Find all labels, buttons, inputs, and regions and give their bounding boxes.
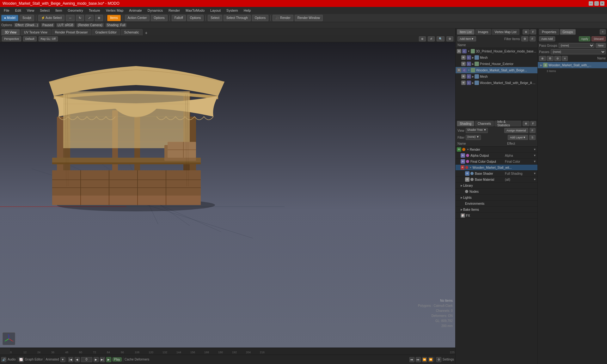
auto-select-button[interactable]: ⚡ Auto Select [38,15,64,21]
groups-tree-item-0[interactable]: ▶ ⚙ Wooden_Market_Stall_with_... [538,62,607,68]
menu-system[interactable]: System [224,8,241,13]
vp-icon1[interactable]: ⊕ [419,36,426,41]
tree-arrow-1[interactable]: ▶ [472,56,474,59]
add-item-button[interactable]: Add Item ▼ [457,36,476,41]
material-arrow[interactable]: ▼ [469,166,472,169]
vp-icon2[interactable]: ↺ [428,36,435,41]
vp-icon4[interactable]: ⚙ [446,36,453,41]
close-button[interactable]: ✕ [600,1,604,6]
shader-tree-select[interactable]: Shader Tree ▼ [466,128,488,133]
menu-view[interactable]: View [24,8,37,13]
shader-library[interactable]: ▶ Library [456,183,537,189]
render-button[interactable]: 🎥 Render [273,15,293,21]
new-pass-group-button[interactable]: New [596,43,606,48]
tab-info-statistics[interactable]: Info & Statistics [494,121,521,126]
transform3-button[interactable]: ⤢ [85,15,94,21]
menu-layout[interactable]: Layout [208,8,223,13]
menu-render[interactable]: Render [166,8,182,13]
filter-icon2[interactable]: F [530,36,536,41]
sculpt-button[interactable]: Sculpt [20,15,34,21]
groups-icon2[interactable]: ⚙ [547,56,554,61]
passes-select[interactable]: (none) [551,49,606,54]
groups-icon4[interactable]: ≡ [562,56,568,61]
tree-arrow-3[interactable]: ▼ [468,69,470,72]
tree-item-1[interactable]: 👁 C ▶ Mesh [456,54,537,61]
3d-viewport[interactable]: No Items Polygons : Catmull-Clark Channe… [0,42,455,348]
tab-item-list[interactable]: Item List [457,29,475,35]
select-through-button[interactable]: Select Through [224,15,251,21]
bake-arrow[interactable]: ▶ [461,208,463,211]
tree-item-0[interactable]: 👁 C ▼ 3D_Printed_House_Exterior_modo_bas… [456,48,537,54]
tree-arrow-4[interactable]: ▶ [472,75,474,78]
default-button[interactable]: Default [23,36,37,41]
menu-help[interactable]: Help [241,8,254,13]
pass-groups-select[interactable]: (none) [559,43,594,48]
paused-value[interactable]: Paused [41,23,54,27]
shading-value[interactable]: Shading: Full [106,23,126,27]
animated-label[interactable]: Animated [46,358,59,361]
shading-f-btn[interactable]: F [530,128,536,133]
menu-item[interactable]: Item [53,8,64,13]
transport3[interactable]: ⏪ [422,357,427,362]
menu-edit[interactable]: Edit [13,8,24,13]
tab-render-preset[interactable]: Render Preset Browser [52,29,91,35]
transform4-button[interactable]: ⊕ [95,15,103,21]
transform2-button[interactable]: ↻ [76,15,84,21]
shader-base-material[interactable]: 👁 Base Material (all) ▼ [456,177,537,183]
model-button[interactable]: ● Model [1,15,18,21]
shading-icon1[interactable]: ⊕ [523,121,530,126]
apply-button[interactable]: Apply [579,36,591,41]
graph-editor-label[interactable]: Graph Editor [25,358,43,361]
tab-uv-texture[interactable]: UV Texture View [21,29,51,35]
vp-icon3[interactable]: 🔍 [437,36,445,41]
transport2[interactable]: ⏭ [416,357,421,362]
window-controls[interactable]: ─ □ ✕ [589,1,604,6]
transport4[interactable]: ⏩ [428,357,433,362]
items-button[interactable]: Items [107,15,120,21]
perspective-button[interactable]: Perspective [2,36,21,41]
tab-shading[interactable]: Shading [457,121,474,126]
tab-gradient-editor[interactable]: Gradient Editor [92,29,120,35]
play-label[interactable]: Play [113,357,122,361]
shader-alpha-output[interactable]: 👁 Alpha Output Alpha ▼ [456,153,537,159]
tree-item-4[interactable]: 👁 C ▶ Mesh [456,73,537,80]
audio-button[interactable]: 🔊 [1,357,6,362]
lights-arrow[interactable]: ▶ [461,196,463,199]
menu-maxtomodo[interactable]: MaxToModo [183,8,207,13]
groups-icon1[interactable]: ⊕ [539,56,546,61]
discard-button[interactable]: Discard [592,36,606,41]
step-back-button[interactable]: ◀ [75,357,80,362]
panel-icon2[interactable]: F [530,29,536,34]
tree-item-5[interactable]: 👁 C ▶ Wooden_Market_Stall_with_Beige_A .… [456,80,537,86]
ray-gl-button[interactable]: Ray GL: Off [39,36,58,41]
select-button[interactable]: Select [208,15,222,21]
auto-add-button[interactable]: Auto Add [539,36,555,41]
shading-icon2[interactable]: F [530,121,536,126]
cache-deformers-button[interactable]: Cache Deformers [125,358,149,361]
frame-input[interactable] [81,357,92,362]
tree-item-2[interactable]: 👁 C ▶ Printed_House_Exterior [456,61,537,67]
menu-select[interactable]: Select [37,8,52,13]
assign-material-button[interactable]: Assign Material [504,128,528,133]
maximize-button[interactable]: □ [594,1,599,6]
render-window-button[interactable]: Render Window [295,15,323,21]
add-tab-button[interactable]: + [143,30,150,35]
action-center-button[interactable]: Action Center [125,15,150,21]
minimize-button[interactable]: ─ [589,1,593,6]
menu-dynamics[interactable]: Dynamics [145,8,165,13]
menu-texture[interactable]: Texture [86,8,103,13]
tab-groups[interactable]: Groups [560,29,576,35]
tree-arrow-2[interactable]: ▶ [472,63,474,65]
shading-s-btn[interactable]: S [529,135,536,140]
falloff-button[interactable]: Falloff [172,15,186,21]
transport1[interactable]: ⏮ [409,357,414,362]
shader-base-shader[interactable]: 👁 Base Shader Full Shading ▼ [456,171,537,177]
step-forward-button[interactable]: ▶ [94,357,99,362]
menu-animate[interactable]: Animate [126,8,144,13]
groups-arrow-0[interactable]: ▶ [540,64,542,67]
panel-icon1[interactable]: ⊕ [523,29,530,34]
tab-properties[interactable]: Properties [539,29,559,35]
settings-label[interactable]: Settings [443,358,454,361]
tree-arrow-0[interactable]: ▼ [468,50,470,53]
groups-icon3[interactable]: ⊘ [554,56,561,61]
